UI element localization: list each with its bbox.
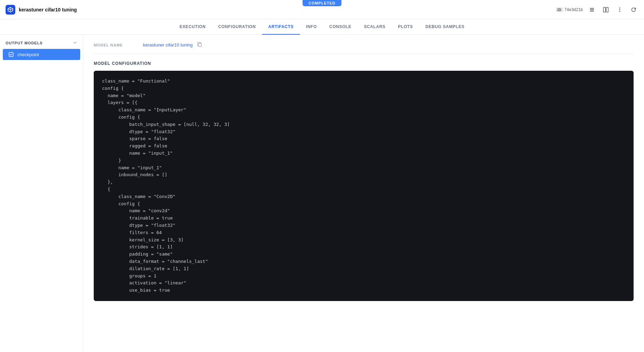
svg-point-7 xyxy=(619,11,620,12)
code-content: class_name = "Functional" config { name … xyxy=(102,78,625,294)
app-logo: kerastuner cifar10 tuning xyxy=(6,5,82,15)
svg-rect-0 xyxy=(590,8,594,9)
sidebar-toggle-icon[interactable] xyxy=(73,40,77,46)
status-badge: COMPLETED xyxy=(302,0,342,6)
tab-artifacts[interactable]: ARTIFACTS xyxy=(262,19,300,35)
svg-rect-9 xyxy=(199,43,201,46)
sidebar-item-label: checkpoint xyxy=(17,52,39,57)
svg-point-5 xyxy=(619,7,620,8)
sidebar: OUTPUT MODELS checkpoint xyxy=(0,35,83,352)
tab-execution[interactable]: EXECUTION xyxy=(173,19,212,35)
refresh-icon-button[interactable] xyxy=(629,5,638,15)
svg-rect-4 xyxy=(606,7,608,12)
svg-rect-2 xyxy=(590,11,594,11)
id-label: ID xyxy=(556,7,563,12)
tab-configuration[interactable]: CONFIGURATION xyxy=(212,19,262,35)
model-name-value: kerastuner cifar10 tuning xyxy=(143,42,193,48)
nav-tabs: EXECUTION CONFIGURATION ARTIFACTS INFO C… xyxy=(0,19,644,35)
app-title: kerastuner cifar10 tuning xyxy=(19,7,77,12)
tab-info[interactable]: INFO xyxy=(300,19,323,35)
svg-rect-3 xyxy=(603,7,605,12)
list-icon-button[interactable] xyxy=(587,5,597,15)
content-area: MODEL NAME kerastuner cifar10 tuning MOD… xyxy=(83,35,644,352)
id-badge: ID 74e3d21b xyxy=(556,7,583,12)
code-block[interactable]: class_name = "Functional" config { name … xyxy=(94,71,634,301)
header-right: ID 74e3d21b xyxy=(556,5,638,15)
sidebar-section-header: OUTPUT MODELS xyxy=(0,37,83,49)
menu-icon-button[interactable] xyxy=(615,5,625,15)
model-name-row: MODEL NAME kerastuner cifar10 tuning xyxy=(94,42,634,54)
svg-point-6 xyxy=(619,9,620,10)
copy-icon[interactable] xyxy=(197,42,202,48)
tab-debug-samples[interactable]: DEBUG SAMPLES xyxy=(419,19,470,35)
layout-icon-button[interactable] xyxy=(601,5,611,15)
svg-rect-1 xyxy=(590,9,594,10)
model-name-label: MODEL NAME xyxy=(94,43,139,47)
sidebar-item-checkpoint[interactable]: checkpoint xyxy=(3,49,80,60)
section-title: MODEL CONFIGURATION xyxy=(94,61,634,66)
tab-plots[interactable]: PLOTS xyxy=(392,19,419,35)
logo-icon xyxy=(6,5,15,15)
tab-scalars[interactable]: SCALARS xyxy=(358,19,392,35)
sidebar-section-label: OUTPUT MODELS xyxy=(6,41,43,45)
tab-console[interactable]: CONSOLE xyxy=(323,19,358,35)
checkpoint-icon xyxy=(8,52,14,57)
id-value: 74e3d21b xyxy=(564,7,583,12)
main-layout: OUTPUT MODELS checkpoint MODEL NAME kera… xyxy=(0,35,644,352)
